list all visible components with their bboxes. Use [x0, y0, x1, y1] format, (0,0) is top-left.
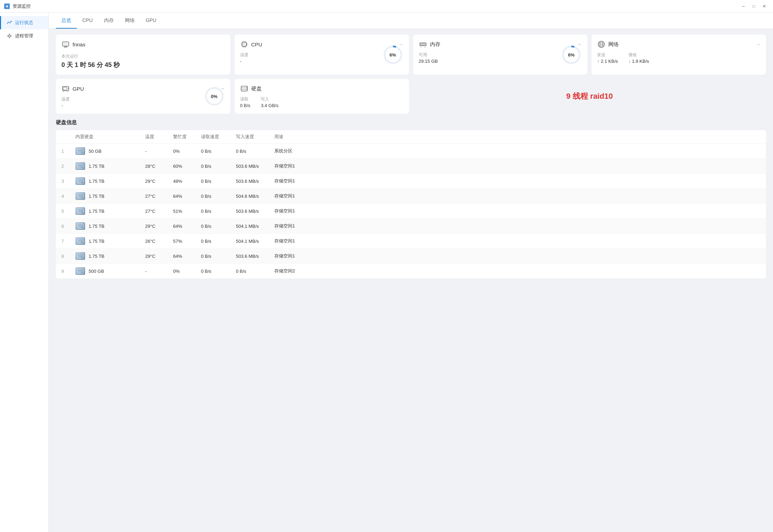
disk-rw-stats: 读取 0 B/s 写入 3.4 GB/s: [240, 96, 403, 108]
row-disk-name: SSD 50 GB: [75, 147, 145, 155]
row-temp: -: [145, 269, 173, 274]
disk-table-header: 内置硬盘 温度 繁忙度 读取速度 写入速度 用途: [56, 130, 766, 144]
row-read: 0 B/s: [201, 239, 236, 244]
row-busy: 64%: [173, 254, 201, 259]
col-name: 内置硬盘: [75, 134, 145, 140]
send-arrow-icon: ↑: [597, 59, 601, 64]
raid-note: 9 线程 raid10: [413, 79, 766, 114]
sidebar-item-process-management[interactable]: 进程管理: [0, 29, 49, 43]
svg-point-44: [68, 89, 68, 89]
close-button[interactable]: ✕: [760, 3, 769, 10]
fnnas-icon: [61, 40, 70, 48]
row-disk-name: SSD 1.75 TB: [75, 162, 145, 170]
row-read: 0 B/s: [201, 149, 236, 154]
tab-network[interactable]: 网络: [119, 13, 140, 29]
fnnas-card: fnnas 本次运行 0 天 1 时 56 分 45 秒: [56, 35, 230, 75]
col-write: 写入速度: [236, 134, 274, 140]
fnnas-uptime-label: 本次运行: [61, 53, 225, 59]
gpu-gauge-container: 0%: [204, 86, 225, 107]
row-usage: 存储空间1: [274, 163, 316, 169]
gpu-icon: [61, 84, 70, 93]
table-row: 3 SSD 1.75 TB 29°C 48% 0 B/s 503.6 MB/s …: [56, 174, 766, 189]
svg-rect-6: [63, 43, 68, 45]
svg-point-43: [68, 88, 68, 88]
disk-title-text: 硬盘: [251, 85, 262, 92]
cpu-title-group: CPU: [240, 40, 262, 48]
row-busy: 0%: [173, 269, 201, 274]
fnnas-header: fnnas: [61, 40, 225, 48]
row-temp: -: [145, 149, 173, 154]
tab-gpu[interactable]: GPU: [140, 13, 162, 29]
row-usage: 存储空间2: [274, 268, 316, 274]
top-cards-row: fnnas 本次运行 0 天 1 时 56 分 45 秒: [56, 35, 766, 75]
row-write: 503.6 MB/s: [236, 254, 274, 259]
row-num: 2: [61, 164, 75, 169]
row-num: 9: [61, 269, 75, 274]
disk-icon-header: [240, 84, 248, 93]
app-icon: ■: [4, 3, 10, 9]
row-disk-name: SSD 500 GB: [75, 267, 145, 275]
maximize-button[interactable]: □: [749, 3, 758, 10]
table-row: 8 SSD 1.75 TB 29°C 64% 0 B/s 503.6 MB/s …: [56, 249, 766, 264]
row-busy: 57%: [173, 239, 201, 244]
row-disk-name: SSD 1.75 TB: [75, 192, 145, 200]
svg-text:SSD: SSD: [77, 166, 81, 168]
row-temp: 28°C: [145, 164, 173, 169]
row-num: 5: [61, 209, 75, 214]
network-arrow[interactable]: →: [756, 42, 760, 47]
gpu-temp-label: 温度: [61, 96, 225, 102]
network-recv-value: ↓ 1.9 KB/s: [629, 59, 649, 64]
svg-text:SSD: SSD: [77, 241, 81, 243]
row-usage: 存储空间1: [274, 223, 316, 229]
network-recv-group: 接收 ↓ 1.9 KB/s: [629, 52, 649, 64]
cpu-gauge-text: 6%: [389, 52, 396, 57]
svg-point-52: [246, 89, 247, 89]
tab-bar: 总览 CPU 内存 网络 GPU: [49, 13, 773, 29]
svg-point-51: [246, 87, 247, 88]
network-send-group: 发送 ↑ 2.1 KB/s: [597, 52, 618, 64]
disk-write-group: 写入 3.4 GB/s: [261, 96, 278, 108]
cpu-title-text: CPU: [251, 42, 262, 47]
row-num: 3: [61, 179, 75, 184]
disk-write-value: 3.4 GB/s: [261, 103, 278, 108]
row-write: 0 B/s: [236, 269, 274, 274]
tab-cpu[interactable]: CPU: [77, 13, 98, 29]
row-temp: 29°C: [145, 224, 173, 229]
disk-write-label: 写入: [261, 96, 278, 102]
disk-section-title: 硬盘信息: [56, 119, 766, 126]
svg-text:SSD: SSD: [77, 196, 81, 198]
table-row: 7 SSD 1.75 TB 26°C 57% 0 B/s 504.1 MB/s …: [56, 234, 766, 249]
tab-memory[interactable]: 内存: [98, 13, 119, 29]
row-temp: 26°C: [145, 239, 173, 244]
table-row: 5 SSD 1.75 TB 27°C 51% 0 B/s 503.6 MB/s …: [56, 204, 766, 219]
network-title-group: 网络: [597, 40, 619, 48]
row-num: 7: [61, 239, 75, 244]
row-temp: 29°C: [145, 254, 173, 259]
row-busy: 60%: [173, 164, 201, 169]
row-disk-name: SSD 1.75 TB: [75, 222, 145, 230]
table-row: 6 SSD 1.75 TB 29°C 64% 0 B/s 504.1 MB/s …: [56, 219, 766, 234]
row-num: 6: [61, 224, 75, 229]
cpu-card: CPU → 温度 - 6%: [235, 35, 409, 75]
row-write: 503.6 MB/s: [236, 164, 274, 169]
memory-title-text: 内存: [430, 41, 440, 48]
cpu-temp-label: 温度: [240, 52, 403, 58]
svg-text:SSD: SSD: [77, 151, 81, 153]
row-write: 503.6 MB/s: [236, 179, 274, 184]
row-usage: 存储空间1: [274, 193, 316, 199]
titlebar: ■ 资源监控 ─ □ ✕: [0, 0, 773, 13]
minimize-button[interactable]: ─: [739, 3, 748, 10]
gpu-gauge-text: 0%: [211, 94, 217, 99]
sidebar-item-running-status[interactable]: 运行状态: [0, 16, 49, 29]
fnnas-title: fnnas: [73, 42, 86, 47]
memory-avail-label: 可用: [419, 52, 582, 58]
row-read: 0 B/s: [201, 269, 236, 274]
tab-overview[interactable]: 总览: [56, 13, 77, 29]
svg-point-0: [8, 35, 10, 37]
network-card: 网络 → 发送 ↑ 2.1 KB/s 接收: [592, 35, 766, 75]
memory-gauge: 6%: [561, 44, 582, 65]
row-num: 4: [61, 194, 75, 199]
network-send-value: ↑ 2.1 KB/s: [597, 59, 618, 64]
svg-text:SSD: SSD: [77, 256, 81, 258]
cpu-temp-value: -: [240, 59, 403, 64]
